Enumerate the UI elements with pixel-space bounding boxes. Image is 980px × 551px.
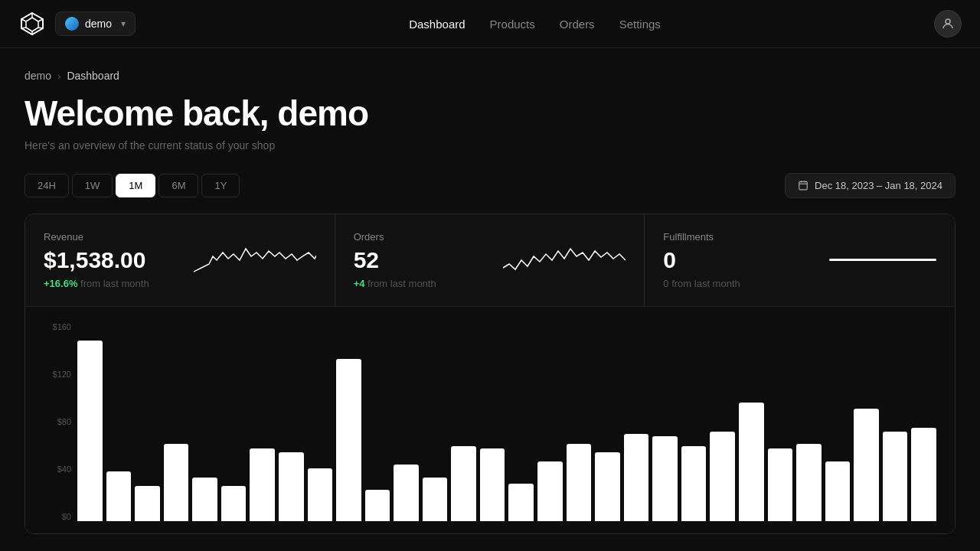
bar-28 [883, 432, 908, 521]
workspace-name: demo [85, 18, 112, 30]
stat-info-orders: Orders 52 +4 from last month [354, 231, 436, 289]
page-subtitle: Here's an overview of the current status… [24, 139, 956, 152]
workspace-selector[interactable]: demo ▾ [55, 11, 136, 36]
y-label-120: $120 [44, 370, 71, 379]
header-left: demo ▾ [18, 10, 136, 37]
bar-chart [77, 322, 936, 521]
time-filter-1y[interactable]: 1Y [201, 174, 240, 197]
stat-card-orders: Orders 52 +4 from last month [335, 214, 645, 306]
nav-orders[interactable]: Orders [560, 18, 595, 31]
bar-2 [135, 486, 160, 521]
page-title: Welcome back, demo [24, 94, 956, 133]
chart-inner: $160 $120 $80 $40 $0 [44, 322, 936, 521]
bar-3 [164, 444, 189, 521]
bar-11 [394, 465, 419, 520]
fulfillments-change: 0 from last month [663, 278, 740, 289]
orders-change-text: from last month [368, 278, 436, 289]
stat-card-revenue: Revenue $1,538.00 +16.6% from last month [25, 214, 335, 306]
user-avatar-button[interactable] [934, 10, 962, 37]
stats-row: Revenue $1,538.00 +16.6% from last month… [25, 214, 955, 306]
bar-13 [451, 446, 476, 521]
stat-info-revenue: Revenue $1,538.00 +16.6% from last month [44, 231, 149, 289]
bar-29 [911, 428, 936, 521]
fulfillments-value: 0 [663, 247, 740, 273]
bar-12 [423, 478, 448, 521]
bar-25 [796, 444, 822, 521]
bar-18 [595, 452, 620, 520]
y-axis: $160 $120 $80 $40 $0 [44, 322, 77, 521]
y-label-80: $80 [44, 417, 71, 426]
bar-21 [681, 446, 707, 521]
revenue-change: +16.6% from last month [44, 278, 149, 289]
bar-19 [624, 434, 649, 521]
bar-8 [308, 468, 333, 520]
y-label-40: $40 [44, 465, 71, 474]
orders-value: 52 [354, 247, 436, 273]
time-filter-24h[interactable]: 24H [24, 174, 69, 197]
y-label-160: $160 [44, 322, 71, 331]
svg-rect-9 [799, 181, 808, 190]
bar-7 [279, 452, 304, 520]
logo-icon[interactable] [18, 10, 46, 37]
main-nav: Dashboard Products Orders Settings [409, 18, 661, 31]
bar-4 [192, 478, 217, 521]
bar-26 [825, 461, 851, 521]
revenue-label: Revenue [44, 231, 149, 243]
nav-products[interactable]: Products [490, 18, 535, 31]
svg-point-8 [946, 19, 950, 24]
header-right [934, 10, 962, 37]
breadcrumb-parent[interactable]: demo [24, 70, 51, 82]
revenue-value: $1,538.00 [44, 247, 149, 273]
chevron-down-icon: ▾ [121, 18, 126, 29]
revenue-change-text: from last month [80, 278, 149, 289]
bar-0 [77, 341, 103, 521]
bar-15 [508, 484, 534, 521]
orders-change: +4 from last month [354, 278, 436, 289]
nav-settings[interactable]: Settings [619, 18, 661, 31]
y-label-0: $0 [44, 512, 71, 521]
revenue-sparkline [194, 237, 316, 283]
orders-sparkline [503, 237, 626, 283]
time-filter-6m[interactable]: 6M [158, 174, 198, 197]
breadcrumb-separator: › [57, 70, 60, 82]
orders-label: Orders [354, 231, 436, 243]
orders-change-highlight: +4 [354, 278, 365, 289]
svg-line-7 [21, 28, 26, 28]
stats-chart-card: Revenue $1,538.00 +16.6% from last month… [24, 214, 956, 534]
bar-1 [106, 471, 132, 521]
fulfillments-label: Fulfillments [663, 231, 740, 243]
svg-marker-1 [26, 18, 38, 31]
revenue-change-highlight: +16.6% [44, 278, 77, 289]
bar-22 [710, 432, 735, 521]
breadcrumb: demo › Dashboard [24, 70, 956, 82]
bar-17 [567, 444, 592, 521]
date-range-label: Dec 18, 2023 – Jan 18, 2024 [815, 180, 942, 191]
bar-5 [221, 486, 247, 521]
time-filters: 24H 1W 1M 6M 1Y [24, 174, 240, 197]
bar-24 [768, 448, 793, 520]
main-content: demo › Dashboard Welcome back, demo Here… [0, 48, 980, 551]
svg-line-5 [38, 28, 43, 28]
date-range-button[interactable]: Dec 18, 2023 – Jan 18, 2024 [785, 173, 956, 198]
bar-14 [480, 448, 505, 520]
time-filter-row: 24H 1W 1M 6M 1Y Dec 18, 2023 – Jan 18, 2… [24, 173, 956, 198]
header: demo ▾ Dashboard Products Orders Setting… [0, 0, 980, 48]
bar-6 [250, 448, 275, 520]
bar-9 [336, 359, 361, 520]
chart-area: $160 $120 $80 $40 $0 [25, 306, 955, 533]
bar-27 [854, 409, 879, 520]
workspace-dot [65, 17, 79, 31]
time-filter-1w[interactable]: 1W [72, 174, 113, 197]
bar-16 [537, 461, 563, 521]
bar-10 [365, 490, 390, 521]
calendar-icon [798, 180, 808, 191]
bar-23 [739, 403, 764, 520]
stat-card-fulfillments: Fulfillments 0 0 from last month [645, 214, 955, 306]
time-filter-1m[interactable]: 1M [116, 174, 155, 197]
stat-info-fulfillments: Fulfillments 0 0 from last month [663, 231, 740, 289]
nav-dashboard[interactable]: Dashboard [409, 18, 465, 31]
breadcrumb-current: Dashboard [67, 70, 119, 82]
fulfillments-flat-line [829, 259, 936, 261]
bar-20 [652, 436, 678, 521]
